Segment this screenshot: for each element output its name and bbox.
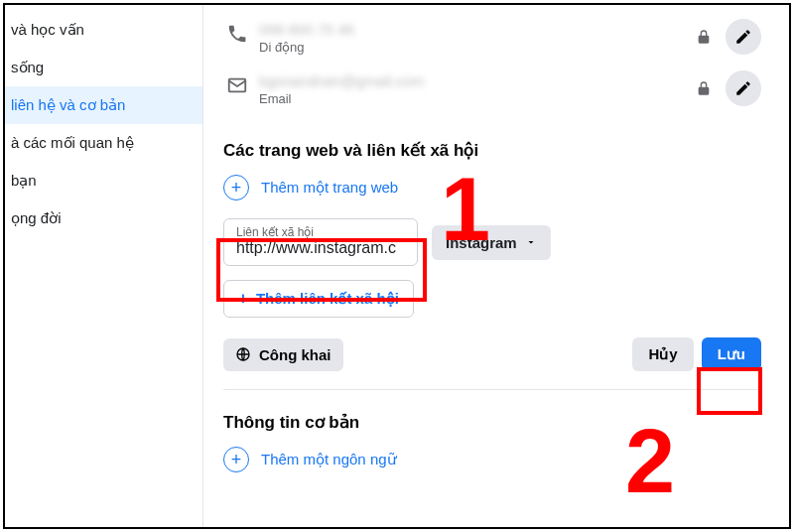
basic-info-heading: Thông tin cơ bản — [223, 412, 761, 433]
plus-icon: + — [223, 175, 249, 200]
main-content: 098 800 75 46 Di động kgonandrain@gmail.… — [203, 5, 789, 527]
add-website-label: Thêm một trang web — [261, 179, 398, 197]
cancel-button[interactable]: Hủy — [632, 337, 693, 371]
audience-label: Công khai — [259, 346, 331, 363]
plus-icon: + — [223, 447, 249, 472]
sidebar: và học vấn sống liên hệ và cơ bản à các … — [5, 5, 203, 527]
plus-icon: + — [238, 289, 248, 309]
platform-dropdown-label: Instagram — [446, 234, 517, 251]
edit-phone-button[interactable] — [726, 19, 761, 55]
globe-icon — [235, 346, 251, 362]
caret-down-icon — [525, 236, 537, 248]
email-type-label: Email — [259, 91, 424, 106]
audience-selector[interactable]: Công khai — [223, 338, 343, 371]
websites-heading: Các trang web và liên kết xã hội — [223, 140, 761, 161]
sidebar-item-living[interactable]: sống — [5, 49, 202, 86]
sidebar-item-life-events[interactable]: ọng đời — [5, 200, 202, 237]
phone-value: 098 800 75 46 — [259, 21, 354, 38]
email-icon — [223, 72, 251, 96]
lock-icon — [696, 29, 712, 45]
add-language-link[interactable]: + Thêm một ngôn ngữ — [223, 443, 761, 476]
add-language-label: Thêm một ngôn ngữ — [261, 451, 397, 468]
lock-icon — [696, 80, 712, 96]
platform-dropdown[interactable]: Instagram — [432, 225, 551, 260]
email-value: kgonandrain@gmail.com — [259, 72, 424, 89]
phone-type-label: Di động — [259, 40, 354, 55]
add-social-link-label: Thêm liên kết xã hội — [256, 290, 399, 308]
sidebar-item-education[interactable]: và học vấn — [5, 11, 202, 49]
contact-email-row: kgonandrain@gmail.com Email — [223, 66, 761, 118]
sidebar-item-relationships[interactable]: à các mối quan hệ — [5, 124, 202, 162]
social-link-input[interactable] — [236, 239, 405, 257]
contact-phone-row: 098 800 75 46 Di động — [223, 15, 761, 66]
phone-icon — [223, 21, 251, 45]
add-website-link[interactable]: + Thêm một trang web — [223, 171, 761, 204]
social-link-field-wrap[interactable]: Liên kết xã hội — [223, 218, 418, 266]
save-button[interactable]: Lưu — [702, 337, 761, 371]
edit-email-button[interactable] — [726, 70, 761, 106]
sidebar-item-about-you[interactable]: bạn — [5, 162, 202, 200]
sidebar-item-contact-basic[interactable]: liên hệ và cơ bản — [5, 86, 202, 124]
social-link-float-label: Liên kết xã hội — [236, 225, 405, 239]
add-social-link-button[interactable]: + Thêm liên kết xã hội — [223, 280, 414, 318]
